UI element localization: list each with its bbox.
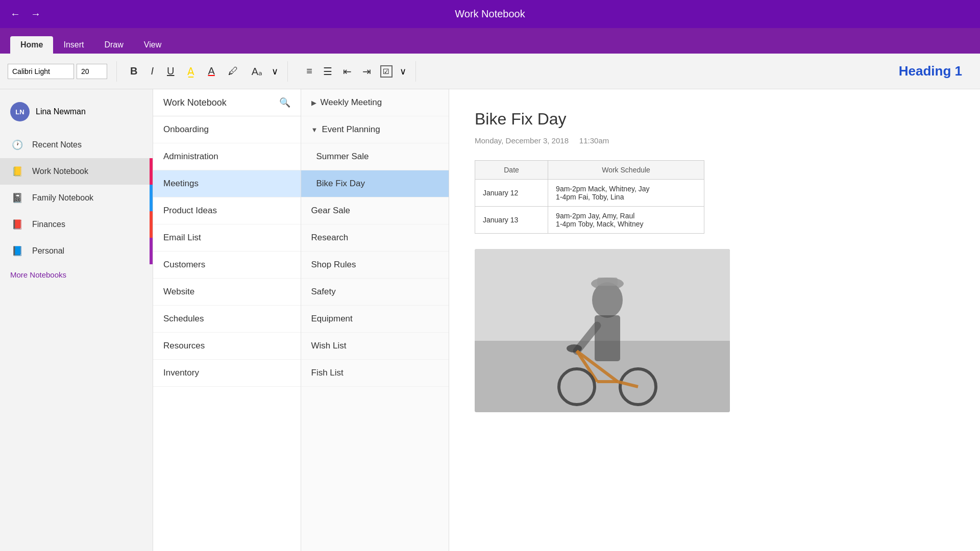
table-row: January 13 9am-2pm Jay, Amy, Raul1-4pm T…	[475, 207, 704, 234]
main-layout: LN Lina Newman 🕐 Recent Notes 📒 Work Not…	[0, 89, 980, 551]
sidebar-item-family-notebook[interactable]: 📓 Family Notebook	[0, 185, 153, 211]
page-bike-fix-day[interactable]: Bike Fix Day	[301, 170, 449, 197]
page-label-weekly-meeting: Weekly Meeting	[321, 97, 382, 108]
highlight-button[interactable]: A̲	[183, 63, 199, 80]
section-email-list[interactable]: Email List	[153, 224, 301, 252]
ribbon-divider-2	[287, 61, 288, 82]
table-header-date: Date	[475, 161, 548, 180]
section-onboarding[interactable]: Onboarding	[153, 116, 301, 143]
checkbox-dropdown[interactable]: ∨	[400, 66, 406, 77]
sidebar-item-work-notebook[interactable]: 📒 Work Notebook	[0, 158, 153, 185]
bullet-list-button[interactable]: ≡	[302, 63, 316, 80]
eraser-button[interactable]: 🖊	[224, 63, 242, 79]
date-text: Monday, December 3, 2018	[475, 136, 569, 145]
back-arrow[interactable]: ←	[10, 8, 20, 20]
tab-home[interactable]: Home	[10, 36, 53, 54]
page-fish-list[interactable]: Fish List	[301, 360, 449, 387]
page-label-event-planning: Event Planning	[322, 124, 380, 135]
sidebar-label-finances: Finances	[32, 220, 65, 229]
heading1-style[interactable]: Heading 1	[899, 63, 972, 79]
sidebar-item-recent-notes[interactable]: 🕐 Recent Notes	[0, 132, 153, 158]
more-notebooks-link[interactable]: More Notebooks	[0, 264, 153, 285]
page-gear-sale[interactable]: Gear Sale	[301, 197, 449, 224]
tab-bar: Home Insert Draw View	[0, 28, 980, 54]
sections-panel: Work Notebook 🔍 Onboarding Administratio…	[153, 89, 301, 551]
page-equipment[interactable]: Equipment	[301, 306, 449, 333]
section-customers[interactable]: Customers	[153, 252, 301, 279]
sidebar-label-recent: Recent Notes	[32, 140, 82, 149]
page-label-wish-list: Wish List	[311, 341, 347, 351]
section-product-ideas[interactable]: Product Ideas	[153, 197, 301, 224]
page-title: Bike Fix Day	[475, 110, 954, 129]
font-color-button[interactable]: A	[204, 63, 218, 79]
recent-notes-icon: 🕐	[10, 138, 24, 152]
work-notebook-icon: 📒	[10, 164, 24, 179]
font-name-input[interactable]	[8, 64, 74, 79]
page-label-safety: Safety	[311, 287, 336, 297]
left-sidebar: LN Lina Newman 🕐 Recent Notes 📒 Work Not…	[0, 89, 153, 551]
page-shop-rules[interactable]: Shop Rules	[301, 252, 449, 279]
section-website[interactable]: Website	[153, 279, 301, 306]
section-meetings[interactable]: Meetings	[153, 170, 301, 197]
page-label-fish-list: Fish List	[311, 368, 344, 378]
checkbox-button[interactable]: ☑	[380, 65, 393, 78]
sidebar-item-personal[interactable]: 📘 Personal	[0, 238, 153, 264]
section-administration[interactable]: Administration	[153, 143, 301, 170]
page-safety[interactable]: Safety	[301, 279, 449, 306]
content-area: Bike Fix Day Monday, December 3, 2018 11…	[449, 89, 980, 551]
ribbon-divider-3	[415, 61, 416, 82]
section-resources[interactable]: Resources	[153, 333, 301, 360]
notebook-name-label: Work Notebook	[163, 97, 227, 108]
numbered-list-button[interactable]: ☰	[319, 63, 336, 80]
format-button[interactable]: Aₐ	[248, 63, 266, 80]
page-wish-list[interactable]: Wish List	[301, 333, 449, 360]
sidebar-label-personal: Personal	[32, 246, 64, 256]
page-label-gear-sale: Gear Sale	[311, 206, 351, 216]
underline-button[interactable]: U	[163, 63, 178, 79]
section-inventory[interactable]: Inventory	[153, 360, 301, 387]
page-label-research: Research	[311, 233, 349, 243]
table-cell-schedule-2: 9am-2pm Jay, Amy, Raul1-4pm Toby, Mack, …	[548, 207, 704, 234]
list-buttons: ≡ ☰ ⇤ ⇥	[302, 63, 375, 80]
page-label-equipment: Equipment	[311, 314, 353, 324]
nav-arrows: ← →	[10, 8, 41, 20]
font-size-input[interactable]	[77, 64, 107, 79]
notebook-title: Work Notebook	[455, 8, 525, 20]
page-summer-sale[interactable]: Summer Sale	[301, 143, 449, 170]
table-row: January 12 9am-2pm Mack, Whitney, Jay1-4…	[475, 180, 704, 207]
decrease-indent-button[interactable]: ⇤	[339, 63, 356, 80]
table-header-schedule: Work Schedule	[548, 161, 704, 180]
chevron-right-icon: ▶	[311, 99, 316, 107]
bold-button[interactable]: B	[126, 63, 141, 79]
schedule-table: Date Work Schedule January 12 9am-2pm Ma…	[475, 160, 704, 234]
tab-draw[interactable]: Draw	[94, 36, 133, 54]
avatar: LN	[10, 102, 30, 121]
page-event-planning[interactable]: ▼ Event Planning	[301, 116, 449, 143]
chevron-down-icon: ▼	[311, 126, 318, 134]
sidebar-label-family: Family Notebook	[32, 193, 93, 203]
sidebar-item-finances[interactable]: 📕 Finances	[0, 211, 153, 238]
page-research[interactable]: Research	[301, 224, 449, 252]
table-cell-date-2: January 13	[475, 207, 548, 234]
format-dropdown[interactable]: ∨	[272, 66, 278, 77]
content-date: Monday, December 3, 2018 11:30am	[475, 136, 954, 145]
title-bar: ← → Work Notebook	[0, 0, 980, 28]
table-cell-date-1: January 12	[475, 180, 548, 207]
bike-image	[475, 249, 730, 412]
ribbon-divider-1	[116, 61, 117, 82]
middle-panels: Work Notebook 🔍 Onboarding Administratio…	[153, 89, 449, 551]
page-label-shop-rules: Shop Rules	[311, 260, 356, 270]
pages-panel: ▶ Weekly Meeting ▼ Event Planning Summer…	[301, 89, 449, 551]
finances-icon: 📕	[10, 217, 24, 232]
section-schedules[interactable]: Schedules	[153, 306, 301, 333]
sidebar-label-work: Work Notebook	[32, 167, 88, 176]
sidebar-user: LN Lina Newman	[0, 97, 153, 132]
tab-insert[interactable]: Insert	[53, 36, 94, 54]
font-box	[8, 64, 107, 79]
increase-indent-button[interactable]: ⇥	[358, 63, 375, 80]
italic-button[interactable]: I	[146, 63, 158, 79]
forward-arrow[interactable]: →	[31, 8, 41, 20]
page-weekly-meeting[interactable]: ▶ Weekly Meeting	[301, 89, 449, 116]
search-icon[interactable]: 🔍	[279, 97, 290, 108]
tab-view[interactable]: View	[134, 36, 172, 54]
